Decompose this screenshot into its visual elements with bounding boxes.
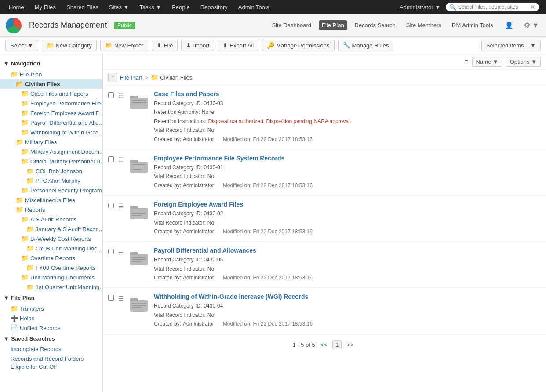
sidebar-col-bob-johnson[interactable]: 📁 COL Bob Johnson <box>0 166 102 176</box>
navigation-section[interactable]: ▼ Navigation <box>0 58 102 69</box>
svg-rect-12 <box>132 211 146 211</box>
pagination-prev[interactable]: << <box>318 341 330 349</box>
sidebar-transfers[interactable]: 📁 Transfers <box>0 304 102 313</box>
record-title-3[interactable]: Payroll Differential and Allowances <box>154 247 541 254</box>
sidebar-january-ais[interactable]: 📁 January AIS Audit Recor... <box>0 224 102 234</box>
record-info-icon-3[interactable]: ☰ <box>118 249 124 256</box>
record-checkbox-1[interactable] <box>108 156 114 162</box>
record-title-4[interactable]: Withholding of Within-Grade Increase (WG… <box>154 293 541 300</box>
withholding-folder-icon: 📁 <box>21 129 29 136</box>
sidebar-1st-quarter[interactable]: 📁 1st Quarter Unit Manning... <box>0 282 102 292</box>
sidebar-incomplete-records[interactable]: Incomplete Records <box>0 345 102 354</box>
sidebar-official-military[interactable]: 📁 Official Military Personnel D... <box>0 156 102 166</box>
nav-admin-tools[interactable]: Admin Tools <box>233 0 275 14</box>
select-button[interactable]: Select ▼ <box>5 40 38 51</box>
sidebar-pfc-alan[interactable]: 📁 PFC Alan Murphy <box>0 176 102 185</box>
record-item: ☰ Case Files and Papers Record Category … <box>103 85 546 149</box>
record-checkbox-2[interactable] <box>108 203 114 208</box>
export-all-button[interactable]: ⬆ Export All <box>218 40 258 51</box>
holds-icon: ➕ <box>11 315 18 322</box>
sidebar-eligible-cutoff[interactable]: Records and Record Folders Eligible for … <box>0 354 102 372</box>
transfers-folder-icon: 📁 <box>11 305 18 312</box>
sub-nav-records-search[interactable]: Records Search <box>352 20 398 30</box>
pagination-current[interactable]: 1 <box>332 340 342 349</box>
pagination-next[interactable]: >> <box>344 341 356 349</box>
search-clear-icon[interactable]: ✕ <box>530 4 535 11</box>
nav-people[interactable]: People <box>167 0 195 14</box>
file-plan2-label: File Plan <box>11 294 34 301</box>
record-info-icon-2[interactable]: ☰ <box>118 203 124 210</box>
military-folder-icon: 📁 <box>16 138 23 145</box>
sidebar-fy08-overtime[interactable]: 📁 FY08 Overtime Reports <box>0 263 102 272</box>
nav-home[interactable]: Home <box>4 0 29 14</box>
sidebar-employee-performance[interactable]: 📁 Employee Performance File... <box>0 98 102 108</box>
manage-rules-label: Manage Rules <box>352 42 389 49</box>
sidebar-foreign-employee[interactable]: 📁 Foreign Employee Award F... <box>0 108 102 118</box>
record-title-1[interactable]: Employee Performance File System Records <box>154 155 541 162</box>
nav-user[interactable]: Administrator ▼ <box>394 0 446 14</box>
file-button[interactable]: ⬆ File <box>152 40 178 51</box>
sub-nav-rm-admin-tools[interactable]: RM Admin Tools <box>449 20 496 30</box>
sidebar-unit-manning[interactable]: 📁 Unit Manning Documents <box>0 272 102 282</box>
settings-icon[interactable]: ⚙ ▼ <box>522 19 541 31</box>
up-button[interactable]: ↑ <box>108 73 117 82</box>
nav-repository[interactable]: Repository <box>195 0 233 14</box>
pagination-range: 1 - 5 of 5 <box>293 341 315 348</box>
logo-circle <box>6 18 22 33</box>
saved-searches-section[interactable]: ▼ Saved Searches <box>0 333 102 345</box>
record-checkbox-0[interactable] <box>108 92 114 98</box>
sub-nav-site-members[interactable]: Site Members <box>404 20 444 30</box>
nav-sites[interactable]: Sites ▼ <box>104 0 134 14</box>
sub-nav-site-dashboard[interactable]: Site Dashboard <box>269 20 314 30</box>
nav-my-files[interactable]: My Files <box>29 0 61 14</box>
sidebar-withholding[interactable]: 📁 Withholding of Within-Grad... <box>0 127 102 137</box>
sidebar-military-assignment-label: Military Assignment Docum... <box>30 149 102 155</box>
record-info-icon-4[interactable]: ☰ <box>118 295 124 302</box>
folder-svg-1 <box>129 156 149 175</box>
sidebar-civilian-files[interactable]: 📂 Civilian Files <box>0 79 102 89</box>
record-info-icon-1[interactable]: ☰ <box>118 156 124 163</box>
nav-shared-files[interactable]: Shared Files <box>61 0 104 14</box>
file-plan2-section[interactable]: ▼ File Plan <box>0 292 102 304</box>
export-all-label: Export All <box>229 42 254 49</box>
sidebar-payroll[interactable]: 📁 Payroll Differential and Allo... <box>0 118 102 127</box>
selected-items-button[interactable]: Selected Items... ▼ <box>481 40 541 51</box>
record-title-0[interactable]: Case Files and Papers <box>154 91 541 98</box>
manage-rules-button[interactable]: 🔧 Manage Rules <box>338 40 394 51</box>
sidebar-overtime-reports[interactable]: 📁 Overtime Reports <box>0 253 102 263</box>
sort-name-button[interactable]: Name ▼ <box>472 57 502 67</box>
sidebar-military-assignment[interactable]: 📁 Military Assignment Docum... <box>0 147 102 156</box>
options-button[interactable]: Options ▼ <box>506 57 541 67</box>
record-item: ☰ Payroll Differential and Allowances Re… <box>103 242 546 288</box>
record-checkbox-3[interactable] <box>108 249 114 254</box>
record-checkbox-4[interactable] <box>108 295 114 301</box>
sidebar-file-plan[interactable]: 📁 File Plan <box>0 69 102 79</box>
file-icon: ⬆ <box>157 42 162 49</box>
record-info-icon-0[interactable]: ☰ <box>118 92 124 99</box>
manage-permissions-button[interactable]: 🔑 Manage Permissions <box>262 40 334 51</box>
new-category-button[interactable]: 📁 New Category <box>42 40 97 51</box>
breadcrumb-file-plan-link[interactable]: File Plan <box>120 74 142 81</box>
search-input[interactable] <box>458 4 528 10</box>
sidebar-personnel-security[interactable]: 📁 Personnel Security Program... <box>0 185 102 195</box>
nav-tasks[interactable]: Tasks ▼ <box>134 0 167 14</box>
svg-rect-21 <box>130 298 138 301</box>
new-folder-button[interactable]: 📂 New Folder <box>100 40 148 51</box>
sidebar-ais-audit[interactable]: 📁 AIS Audit Records <box>0 214 102 224</box>
sidebar-reports[interactable]: 📁 Reports <box>0 205 102 214</box>
sub-nav-file-plan[interactable]: File Plan <box>319 20 347 30</box>
sidebar-unfiled[interactable]: 📄 Unfiled Records <box>0 323 102 333</box>
sidebar-cy08-unit[interactable]: 📁 CY08 Unit Manning Doc... <box>0 243 102 253</box>
sidebar-file-plan-label: File Plan <box>20 71 42 78</box>
select-label: Select ▼ <box>10 42 33 49</box>
sidebar-biweekly-cost[interactable]: 📁 Bi-Weekly Cost Reports <box>0 234 102 243</box>
sidebar-holds[interactable]: ➕ Holds <box>0 313 102 323</box>
cy08-folder-icon: 📁 <box>26 245 34 252</box>
sidebar-military-files[interactable]: 📁 Military Files <box>0 137 102 147</box>
svg-rect-3 <box>132 102 146 103</box>
user-icon[interactable]: 👤 <box>503 19 515 31</box>
sidebar-case-files[interactable]: 📁 Case Files and Papers <box>0 89 102 98</box>
import-button[interactable]: ⬇ Import <box>181 40 214 51</box>
record-title-2[interactable]: Foreign Employee Award Files <box>154 201 541 208</box>
sidebar-misc-files[interactable]: 📁 Miscellaneous Files <box>0 195 102 205</box>
